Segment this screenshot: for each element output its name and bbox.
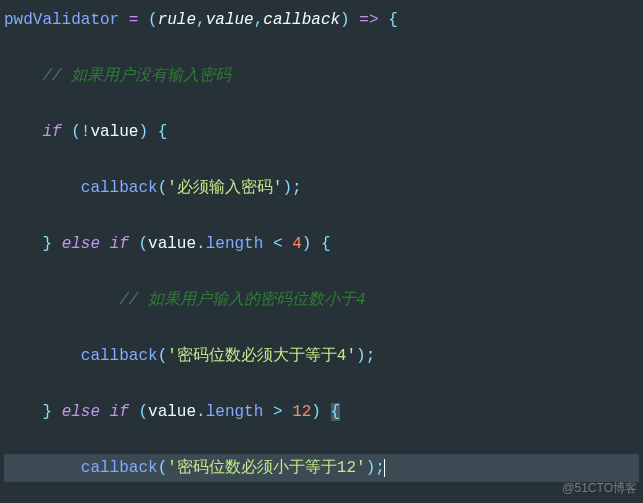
comment-marker: // — [42, 67, 71, 85]
code-line-highlighted: callback('密码位数必须小于等于12'); — [4, 454, 639, 482]
comment-text: 如果用户输入的密码位数小于4 — [148, 291, 366, 309]
code-line: } else if (value.length < 4) { — [4, 230, 639, 258]
code-line: if (!value) { — [4, 118, 639, 146]
comment-text: 如果用户没有输入密码 — [71, 67, 231, 85]
function-name: pwdValidator — [4, 11, 119, 29]
code-line: } else if (value.length > 12) { — [4, 398, 639, 426]
comment-marker: // — [119, 291, 148, 309]
code-line: pwdValidator = (rule,value,callback) => … — [4, 6, 639, 34]
code-line: callback('密码位数必须大于等于4'); — [4, 342, 639, 370]
arrow: => — [359, 11, 378, 29]
watermark-text: @51CTO博客 — [562, 478, 637, 499]
brace-match-open: { — [331, 403, 341, 421]
text-cursor — [384, 459, 385, 477]
code-line: // 如果用户没有输入密码 — [4, 62, 639, 90]
code-line: // 如果用户输入的密码位数小于4 — [4, 286, 639, 314]
code-block: pwdValidator = (rule,value,callback) => … — [0, 0, 643, 503]
operator: = — [129, 11, 139, 29]
code-line: callback('必须输入密码'); — [4, 174, 639, 202]
